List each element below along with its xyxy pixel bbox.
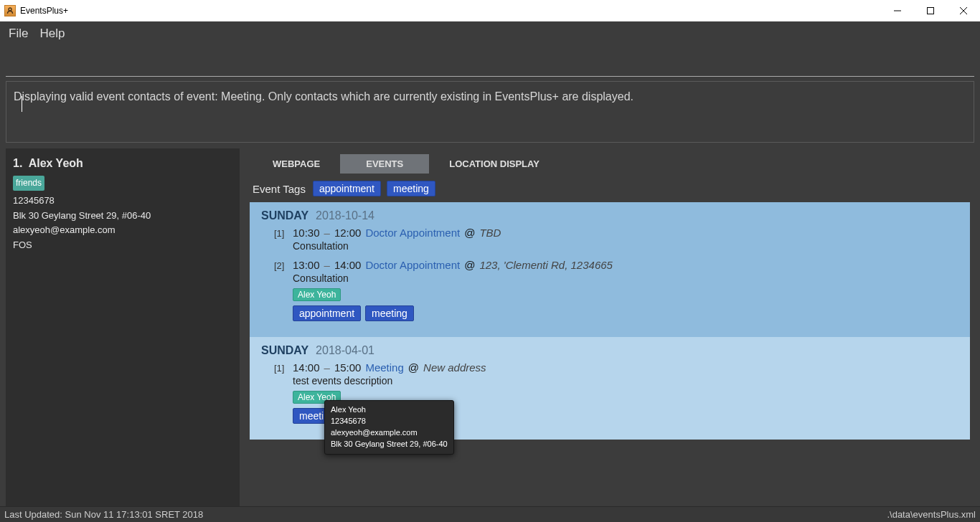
window-buttons <box>881 0 980 22</box>
close-button[interactable] <box>947 0 980 22</box>
event-tag[interactable]: appointment <box>293 305 361 321</box>
event-dash: – <box>324 227 330 239</box>
event-desc: test events description <box>293 375 958 386</box>
event-tags-row: Event Tags appointment meeting <box>253 181 970 196</box>
event-at: @ <box>464 259 475 271</box>
event-title: Doctor Appointment <box>365 227 460 239</box>
event-desc: Consultation <box>293 240 958 252</box>
event-row[interactable]: [2] 13:00 – 14:00 Doctor Appointment @ 1… <box>274 259 958 321</box>
event-tag[interactable]: meeting <box>365 305 414 321</box>
event-end: 14:00 <box>334 259 362 271</box>
contact-tooltip: Alex Yeoh 12345678 alexyeoh@example.com … <box>324 400 454 455</box>
event-title: Meeting <box>365 361 403 374</box>
status-last-updated: Last Updated: Sun Nov 11 17:13:01 SRET 2… <box>4 509 203 520</box>
tooltip-email: alexyeoh@example.com <box>331 427 448 439</box>
event-at: @ <box>464 227 475 239</box>
event-end: 12:00 <box>334 227 362 239</box>
tab-webpage[interactable]: WEBPAGE <box>253 154 340 174</box>
event-tags-label: Event Tags <box>253 183 306 195</box>
menubar: File Help <box>0 22 980 45</box>
status-file-path: .\data\eventsPlus.xml <box>887 509 976 520</box>
event-row[interactable]: [1] 10:30 – 12:00 Doctor Appointment @ T… <box>274 227 958 252</box>
day-date: 2018-04-01 <box>316 344 374 357</box>
event-tag[interactable]: appointment <box>313 181 381 196</box>
event-index: [1] <box>274 363 288 374</box>
contact-tag: friends <box>13 176 44 191</box>
contact-fos: FOS <box>13 238 232 253</box>
contact-name: Alex Yeoh <box>29 157 83 169</box>
day-date: 2018-10-14 <box>316 209 374 222</box>
day-block: SUNDAY 2018-04-01 [1] 14:00 – 15:00 Meet… <box>250 337 970 440</box>
event-location: 123, 'Clementi Rd, 1234665 <box>479 259 613 271</box>
result-message: Displaying valid event contacts of event… <box>6 81 974 143</box>
event-title: Doctor Appointment <box>365 259 460 271</box>
event-start: 13:00 <box>293 259 320 271</box>
event-desc: Consultation <box>293 272 958 284</box>
titlebar: EventsPlus+ <box>0 0 980 22</box>
tooltip-phone: 12345678 <box>331 416 448 427</box>
maximize-button[interactable] <box>914 0 947 22</box>
day-of-week: SUNDAY <box>261 209 308 222</box>
day-of-week: SUNDAY <box>261 344 308 357</box>
event-end: 15:00 <box>334 361 362 374</box>
app-icon <box>4 5 16 16</box>
contact-panel: 1. Alex Yeoh friends 12345678 Blk 30 Gey… <box>6 148 240 506</box>
event-index: [2] <box>274 260 288 271</box>
menu-file[interactable]: File <box>9 27 28 41</box>
event-tag[interactable]: meeting <box>387 181 435 196</box>
svg-rect-2 <box>928 7 934 14</box>
event-index: [1] <box>274 228 288 239</box>
event-location: TBD <box>479 227 501 239</box>
command-input[interactable] <box>6 49 974 77</box>
tooltip-name: Alex Yeoh <box>331 404 448 416</box>
tab-events[interactable]: EVENTS <box>340 154 429 174</box>
event-person[interactable]: Alex Yeoh <box>293 288 341 301</box>
day-block: SUNDAY 2018-10-14 [1] 10:30 – 12:00 Doct… <box>250 202 970 337</box>
svg-point-0 <box>9 8 11 11</box>
event-list: SUNDAY 2018-10-14 [1] 10:30 – 12:00 Doct… <box>250 202 970 506</box>
text-cursor <box>22 96 22 112</box>
events-panel: WEBPAGE EVENTS LOCATION DISPLAY Event Ta… <box>245 148 974 506</box>
event-dash: – <box>324 259 330 271</box>
contact-card[interactable]: 1. Alex Yeoh friends 12345678 Blk 30 Gey… <box>13 154 232 253</box>
event-start: 14:00 <box>293 361 320 374</box>
minimize-button[interactable] <box>881 0 914 22</box>
contact-email: alexyeoh@example.com <box>13 223 232 238</box>
status-bar: Last Updated: Sun Nov 11 17:13:01 SRET 2… <box>0 506 980 522</box>
tooltip-address: Blk 30 Geylang Street 29, #06-40 <box>331 439 448 450</box>
contact-phone: 12345678 <box>13 194 232 209</box>
window-title: EventsPlus+ <box>20 6 68 16</box>
event-at: @ <box>408 361 419 374</box>
event-start: 10:30 <box>293 227 320 239</box>
event-dash: – <box>324 361 330 374</box>
tab-location[interactable]: LOCATION DISPLAY <box>429 154 560 174</box>
tabs: WEBPAGE EVENTS LOCATION DISPLAY <box>253 154 970 174</box>
contact-address: Blk 30 Geylang Street 29, #06-40 <box>13 209 232 224</box>
event-location: New address <box>423 361 486 374</box>
menu-help[interactable]: Help <box>39 27 65 41</box>
contact-index: 1. <box>13 157 22 169</box>
